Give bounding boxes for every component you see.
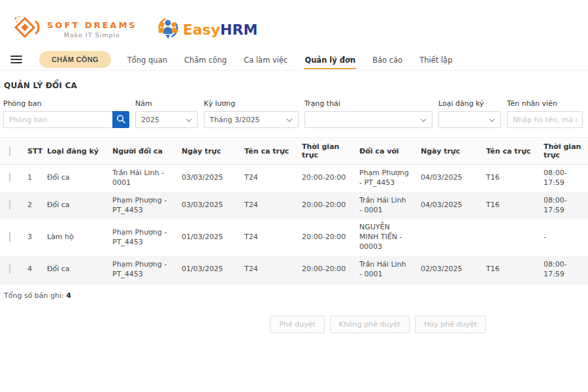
page-title: QUẢN LÝ ĐỔI CA (4, 81, 588, 90)
cell-ngay-truc-1: 01/03/2025 (176, 256, 239, 284)
tab-thiet-lap[interactable]: Thiết lập (419, 50, 453, 69)
nam-select-value: 2025 (141, 116, 159, 124)
cell-thoi-gian-2: 08:00-17:59 (538, 192, 588, 220)
col-doi-ca-voi: Đổi ca với (354, 138, 416, 165)
cell-nguoi-doi-ca: Phạm Phượng - PT_4453 (107, 219, 176, 256)
tab-bao-cao[interactable]: Báo cáo (372, 50, 403, 69)
cell-ten-ca-1: T24 (239, 219, 297, 256)
cell-ten-ca-2: T16 (481, 165, 538, 192)
ky-luong-select[interactable]: Tháng 3/2025 (204, 111, 299, 128)
table-header-row: STT Loại đăng ký Người đổi ca Ngày trực … (0, 138, 588, 165)
cell-ten-ca-2: T16 (481, 256, 538, 284)
col-ngay-truc-1: Ngày trực (176, 138, 239, 165)
action-bar: Phê duyệt Không phê duyệt Hủy phê duyệt (0, 316, 588, 333)
cell-thoi-gian-2: 08:00-17:59 (538, 256, 588, 284)
hamburger-icon[interactable] (10, 55, 22, 64)
cell-ngay-truc-2: 04/03/2025 (416, 192, 481, 220)
chevron-down-icon (489, 116, 495, 124)
chevron-down-icon (420, 116, 427, 124)
total-records: Tổng số bản ghi: 4 (4, 291, 588, 300)
cell-nguoi-doi-ca: Phạm Phượng - PT_4453 (107, 256, 176, 284)
row-checkbox[interactable] (9, 264, 10, 274)
cell-doi-ca-voi: Phạm Phượng - PT_4453 (354, 165, 416, 192)
table-row: 3 Làm hộ Phạm Phượng - PT_4453 01/03/202… (0, 219, 588, 256)
table-row: 1 Đổi ca Trần Hải Linh - 0001 03/03/2025… (0, 165, 588, 192)
cell-thoi-gian-1: 20:00-20:00 (297, 219, 354, 256)
softdreams-logo-icon (13, 15, 42, 44)
cell-nguoi-doi-ca: Phạm Phượng - PT_4453 (107, 192, 176, 220)
filter-loai-dang-ky: Loại đăng ký (438, 99, 501, 128)
cell-stt: 2 (22, 192, 42, 220)
row-checkbox[interactable] (9, 172, 10, 182)
reject-button[interactable]: Không phê duyệt (330, 316, 410, 333)
tab-tong-quan[interactable]: Tổng quan (127, 50, 168, 69)
col-ten-ca-2: Tên ca trực (481, 138, 538, 165)
cell-nguoi-doi-ca: Trần Hải Linh - 0001 (107, 165, 176, 192)
total-records-value: 4 (66, 291, 71, 300)
cell-ten-ca-1: T24 (239, 165, 297, 192)
cell-ngay-truc-1: 03/03/2025 (176, 165, 239, 192)
cell-loai-dang-ky: Đổi ca (42, 165, 107, 192)
softdreams-logo-text: Soft Dreams Make IT Simple (47, 20, 137, 39)
cell-thoi-gian-1: 20:00-20:00 (297, 256, 354, 284)
cell-ngay-truc-2: 04/03/2025 (416, 165, 481, 192)
cell-stt: 4 (22, 256, 42, 284)
col-thoi-gian-2: Thời gian trực (538, 138, 588, 165)
cell-thoi-gian-1: 20:00-20:00 (297, 165, 354, 192)
ten-nhan-vien-input[interactable] (507, 111, 583, 128)
cell-thoi-gian-2: - (538, 219, 588, 256)
cell-doi-ca-voi: Trần Hải Linh - 0001 (354, 256, 416, 284)
cell-loai-dang-ky: Làm hộ (42, 219, 107, 256)
nam-label: Năm (135, 99, 198, 108)
col-nguoi-doi-ca: Người đổi ca (107, 138, 176, 165)
tab-ca-lam-viec[interactable]: Ca làm việc (243, 50, 288, 69)
filter-phong-ban: Phòng ban (3, 99, 129, 128)
loai-dang-ky-select[interactable] (438, 111, 501, 128)
col-ngay-truc-2: Ngày trực (416, 138, 481, 165)
select-all-checkbox[interactable] (9, 146, 10, 156)
row-checkbox[interactable] (9, 232, 10, 242)
easyhrm-logo-text: EasyHRM (183, 22, 258, 38)
phong-ban-label: Phòng ban (3, 99, 129, 108)
cell-ten-ca-1: T24 (239, 256, 297, 284)
trang-thai-label: Trạng thái (304, 99, 433, 108)
tab-quan-ly-don[interactable]: Quản lý đơn (304, 50, 356, 69)
cancel-approve-button[interactable]: Hủy phê duyệt (415, 316, 486, 333)
ky-luong-label: Kỳ lương (204, 99, 299, 108)
cell-ngay-truc-2 (416, 219, 481, 256)
filter-bar: Phòng ban Năm 2025 (3, 99, 588, 128)
cell-loai-dang-ky: Đổi ca (42, 256, 107, 284)
row-checkbox[interactable] (9, 200, 10, 210)
col-loai-dang-ky: Loại đăng ký (42, 138, 107, 165)
cell-doi-ca-voi: NGUYỄN MINH TIẾN - 00003 (354, 219, 416, 256)
cell-thoi-gian-2: 08:00-17:59 (538, 165, 588, 192)
softdreams-name: Soft Dreams (47, 20, 137, 30)
ten-nhan-vien-label: Tên nhân viên (507, 99, 583, 108)
cell-ngay-truc-2: 02/03/2025 (416, 256, 481, 284)
easyhrm-logo-icon (155, 16, 180, 42)
loai-dang-ky-label: Loại đăng ký (438, 99, 501, 108)
chevron-down-icon (186, 116, 192, 124)
filter-nam: Năm 2025 (135, 99, 198, 128)
chevron-down-icon (286, 116, 293, 124)
nam-select[interactable]: 2025 (135, 111, 198, 128)
app-window: Soft Dreams Make IT Simple E (0, 0, 588, 392)
easyhrm-logo: EasyHRM (155, 16, 258, 42)
trang-thai-select[interactable] (304, 111, 433, 128)
phong-ban-input[interactable] (3, 111, 112, 128)
tab-cham-cong[interactable]: Chấm công (184, 50, 227, 69)
filter-ten-nhan-vien: Tên nhân viên (507, 99, 583, 128)
cell-ten-ca-2 (481, 219, 538, 256)
cell-ngay-truc-1: 01/03/2025 (176, 219, 239, 256)
module-button-cham-cong[interactable]: CHẤM CÔNG (39, 51, 111, 68)
search-button[interactable] (112, 111, 129, 128)
cell-stt: 3 (22, 219, 42, 256)
col-stt: STT (22, 138, 42, 165)
search-icon (116, 114, 125, 125)
filter-trang-thai: Trạng thái (304, 99, 433, 128)
col-thoi-gian-1: Thời gian trực (297, 138, 354, 165)
doi-ca-table: STT Loại đăng ký Người đổi ca Ngày trực … (0, 137, 588, 284)
approve-button[interactable]: Phê duyệt (270, 316, 324, 333)
cell-thoi-gian-1: 20:00-20:00 (297, 192, 354, 220)
cell-ten-ca-2: T16 (481, 192, 538, 220)
